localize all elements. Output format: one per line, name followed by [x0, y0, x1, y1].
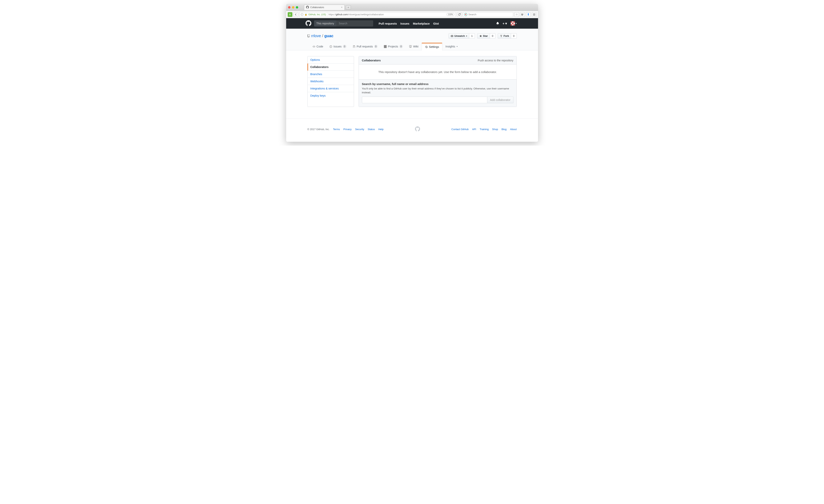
site-info-icon[interactable]: i — [301, 13, 303, 16]
sidebar-item-options[interactable]: Options — [308, 56, 354, 64]
footer-link-privacy[interactable]: Privacy — [343, 128, 352, 131]
unwatch-button[interactable]: Unwatch▾ — [448, 33, 469, 38]
footer-link-security[interactable]: Security — [355, 128, 364, 131]
fork-control: Fork 0 — [498, 33, 517, 38]
reload-button[interactable] — [457, 12, 462, 17]
footer-link-help[interactable]: Help — [378, 128, 384, 131]
repo-owner-link[interactable]: rrlove — [311, 34, 321, 38]
library-button[interactable] — [520, 12, 525, 17]
footer-link-terms[interactable]: Terms — [333, 128, 340, 131]
watchers-count[interactable]: 1 — [469, 33, 475, 38]
footer-link-blog[interactable]: Blog — [501, 128, 506, 131]
collaborators-empty-state: This repository doesn't have any collabo… — [359, 65, 517, 80]
nav-gist[interactable]: Gist — [433, 22, 439, 25]
svg-rect-1 — [522, 14, 522, 15]
extension-badge-icon[interactable]: S — [288, 12, 292, 17]
search-scope-label[interactable]: This repository — [314, 20, 336, 26]
tab-projects[interactable]: Projects 0 — [381, 43, 406, 50]
footer-copyright: © 2017 GitHub, Inc. — [307, 128, 329, 131]
bookmark-button[interactable]: ☆ — [514, 12, 519, 17]
github-mark-icon[interactable] — [415, 126, 420, 132]
site-identity: GitHub, Inc. (US) — [308, 13, 326, 16]
repo-title: rrlove / guac — [307, 34, 333, 38]
zoom-window-button[interactable] — [296, 6, 298, 8]
new-tab-button[interactable]: + — [346, 5, 351, 9]
settings-content: Collaborators Push access to the reposit… — [358, 56, 517, 107]
search-placeholder: Search — [469, 13, 477, 16]
fork-button[interactable]: Fork — [498, 33, 511, 38]
header-right: + ▾ ▾ — [496, 21, 534, 25]
nav-pull-requests[interactable]: Pull requests — [379, 22, 397, 25]
tab-code[interactable]: Code — [309, 43, 326, 50]
minimize-window-button[interactable] — [292, 6, 294, 8]
notifications-icon[interactable] — [496, 22, 499, 25]
close-window-button[interactable] — [288, 6, 290, 8]
settings-sidebar: Options Collaborators Branches Webhooks … — [307, 56, 354, 107]
downloads-button[interactable]: ⬇ — [526, 12, 531, 17]
svg-rect-0 — [521, 14, 522, 15]
footer-link-contact[interactable]: Contact GitHub — [451, 128, 469, 131]
search-provider-icon — [464, 13, 467, 16]
zoom-indicator[interactable]: 110% — [446, 13, 454, 16]
repo-icon — [307, 34, 310, 37]
star-button[interactable]: Star — [477, 33, 490, 38]
github-header: This repository Pull requests Issues Mar… — [286, 18, 538, 29]
projects-count-badge: 0 — [399, 45, 403, 48]
search-help-text: You'll only be able to find a GitHub use… — [362, 87, 513, 94]
footer-link-shop[interactable]: Shop — [492, 128, 498, 131]
browser-tab[interactable]: Collaborators × — [304, 5, 345, 10]
traffic-lights — [288, 6, 298, 8]
back-button[interactable] — [294, 12, 298, 17]
star-control: Star 0 — [477, 33, 496, 38]
sidebar-item-deploy-keys[interactable]: Deploy keys — [308, 92, 354, 99]
avatar-icon — [511, 21, 515, 25]
empty-state-text: This repository doesn't have any collabo… — [378, 70, 497, 74]
repo-name-link[interactable]: guac — [324, 34, 333, 38]
footer-link-training[interactable]: Training — [480, 128, 489, 131]
issues-count-badge: 0 — [343, 45, 346, 48]
repo-nav: Code Issues 0 Pull requests 0 Projects 0 — [307, 43, 461, 50]
browser-toolbar: S i 🔒 GitHub, Inc. (US) https://github.c… — [286, 11, 538, 18]
browser-search-bar[interactable]: Search — [463, 12, 513, 17]
tab-wiki[interactable]: Wiki — [406, 43, 421, 50]
tab-settings[interactable]: Settings — [422, 43, 442, 50]
collaborators-header: Collaborators Push access to the reposit… — [359, 56, 517, 65]
github-favicon-icon — [306, 6, 309, 9]
close-tab-icon[interactable]: × — [341, 6, 342, 9]
stars-count[interactable]: 0 — [490, 33, 495, 38]
url-text: https://github.com/rrlove/guac/settings/… — [329, 13, 384, 16]
tab-pull-requests[interactable]: Pull requests 0 — [349, 43, 381, 50]
panel-title: Collaborators — [362, 59, 381, 62]
footer-link-status[interactable]: Status — [368, 128, 375, 131]
footer-link-about[interactable]: About — [510, 128, 517, 131]
header-search: This repository — [314, 20, 373, 26]
forks-count[interactable]: 0 — [511, 33, 517, 38]
tab-insights[interactable]: Insights▾ — [442, 43, 461, 50]
site-footer: © 2017 GitHub, Inc. Terms Privacy Securi… — [307, 119, 517, 142]
add-collaborator-button[interactable]: Add collaborator — [487, 97, 513, 103]
lock-icon: 🔒 — [305, 13, 307, 16]
nav-marketplace[interactable]: Marketplace — [413, 22, 430, 25]
hamburger-menu-button[interactable] — [532, 12, 536, 17]
create-new-dropdown[interactable]: + ▾ — [503, 21, 507, 25]
user-menu[interactable]: ▾ — [511, 21, 517, 25]
header-search-input[interactable] — [336, 20, 373, 26]
repo-actions: Unwatch▾ 1 Star 0 Fork 0 — [448, 33, 517, 38]
tab-issues[interactable]: Issues 0 — [326, 43, 349, 50]
sidebar-item-branches[interactable]: Branches — [308, 71, 354, 78]
prs-count-badge: 0 — [374, 45, 378, 48]
repo-head: rrlove / guac Unwatch▾ 1 Star — [286, 29, 538, 50]
watch-control: Unwatch▾ 1 — [448, 33, 475, 38]
window-titlebar: Collaborators × + — [286, 4, 538, 11]
repo-separator: / — [322, 34, 323, 38]
footer-link-api[interactable]: API — [472, 128, 476, 131]
github-logo-icon[interactable] — [306, 20, 311, 27]
svg-rect-2 — [523, 13, 523, 15]
sidebar-item-integrations[interactable]: Integrations & services — [308, 85, 354, 92]
sidebar-item-collaborators[interactable]: Collaborators — [307, 64, 354, 71]
sidebar-item-webhooks[interactable]: Webhooks — [308, 78, 354, 85]
browser-tab-title: Collaborators — [310, 6, 324, 9]
address-bar[interactable]: i 🔒 GitHub, Inc. (US) https://github.com… — [299, 12, 456, 17]
nav-issues[interactable]: Issues — [401, 22, 410, 25]
collaborator-search-input[interactable] — [362, 97, 487, 103]
